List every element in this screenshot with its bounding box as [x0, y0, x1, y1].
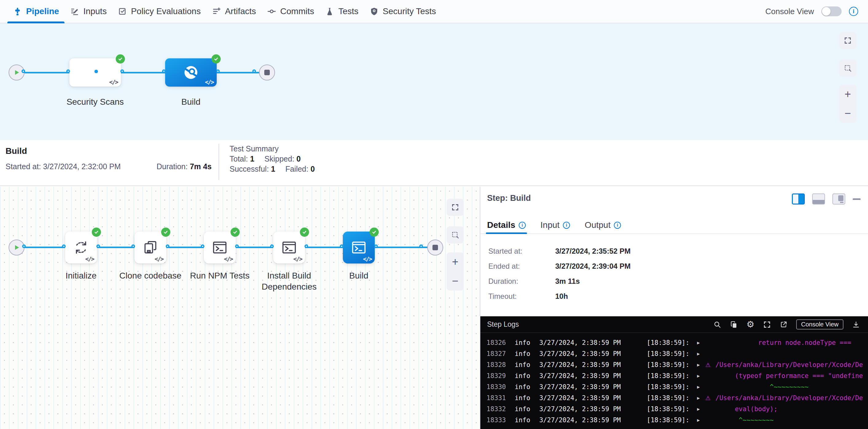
layout-bottom-icon[interactable] — [812, 193, 825, 205]
step-node-initialize[interactable]: </> — [65, 232, 97, 264]
log-date: 3/27/2024, 2:38:59 PM — [539, 393, 647, 403]
code-icon: </> — [85, 255, 94, 262]
started-at-label: Started at: — [5, 162, 41, 171]
log-date: 3/27/2024, 2:38:59 PM — [539, 381, 647, 393]
log-message: ^~~~~~~~~ — [715, 415, 868, 426]
log-level: info — [515, 337, 539, 348]
codebase-icon — [142, 239, 159, 256]
node-port-out[interactable] — [374, 244, 378, 248]
detail-value: 3/27/2024, 2:35:52 PM — [555, 247, 631, 255]
stage-summary-bar: Build Started at: 3/27/2024, 2:32:00 PM … — [0, 140, 868, 186]
log-time: [18:38:59]: — [647, 393, 697, 403]
info-icon[interactable]: i — [614, 222, 621, 229]
node-port-in[interactable] — [201, 244, 205, 248]
layout-right-icon[interactable] — [832, 193, 845, 205]
zoom-out-button[interactable]: − — [839, 104, 856, 123]
success-badge — [300, 227, 309, 237]
log-line-number: 18330 — [487, 381, 515, 393]
tab-inputs[interactable]: Inputs — [64, 0, 112, 23]
layout-split-icon[interactable] — [792, 193, 805, 205]
node-port-out[interactable] — [235, 244, 239, 248]
warning-icon — [705, 403, 715, 415]
fullscreen-button[interactable] — [446, 199, 464, 216]
console-view-toggle[interactable] — [822, 6, 842, 16]
fullscreen-button[interactable] — [839, 32, 856, 49]
log-message: /Users/anka/Library/Developer/Xcode/De — [715, 393, 868, 403]
node-port-out[interactable] — [305, 244, 308, 248]
node-port-out[interactable] — [96, 244, 100, 248]
node-port-out[interactable] — [166, 244, 169, 248]
log-line-number: 18329 — [487, 370, 515, 381]
play-icon — [12, 244, 21, 251]
edge-connector-dot — [252, 69, 256, 73]
tab-output[interactable]: Output i — [585, 220, 621, 234]
test-summary-row: Successful: 1 Failed: 0 — [229, 164, 315, 174]
stage-node-security-scans[interactable]: </> — [69, 58, 121, 87]
tab-policy-evaluations[interactable]: Policy Evaluations — [112, 0, 206, 23]
log-level: info — [515, 415, 539, 426]
tab-artifacts[interactable]: Artifacts — [206, 0, 261, 23]
node-port-in[interactable] — [340, 244, 343, 248]
step-node-run-npm-tests[interactable]: </> — [204, 232, 236, 264]
zoom-in-button[interactable]: + — [446, 252, 464, 272]
info-icon[interactable]: i — [519, 222, 526, 229]
node-port-in[interactable] — [131, 244, 135, 248]
tab-security-tests[interactable]: Security Tests — [364, 0, 442, 23]
tab-commits[interactable]: Commits — [261, 0, 319, 23]
execution-graph-canvas[interactable]: </> </> </> </> </> — [0, 187, 480, 429]
caret-icon: ▸ — [697, 415, 705, 426]
tab-tests[interactable]: Tests — [319, 0, 364, 23]
log-level: info — [515, 348, 539, 359]
caret-icon: ▸ — [697, 359, 705, 370]
tab-details[interactable]: Details i — [487, 220, 526, 234]
node-port-in[interactable] — [66, 69, 70, 73]
code-icon: </> — [205, 79, 214, 85]
step-panel-tabs: Details i Input i Output i — [480, 217, 868, 234]
check-icon — [371, 229, 377, 235]
node-port-out[interactable] — [216, 69, 220, 73]
node-port-in[interactable] — [270, 244, 274, 248]
marquee-select-button[interactable] — [446, 226, 464, 244]
stop-icon — [264, 70, 270, 75]
log-message: (typeof performance === "undefine — [715, 370, 868, 381]
tests-icon — [325, 7, 334, 16]
download-icon[interactable] — [852, 320, 860, 329]
external-link-icon[interactable] — [780, 320, 787, 329]
log-lines[interactable]: 18326info3/27/2024, 2:38:59 PM[18:38:59]… — [480, 333, 868, 429]
caret-icon: ▸ — [697, 370, 705, 381]
tab-label: Commits — [280, 6, 314, 16]
info-icon[interactable]: i — [849, 7, 858, 16]
collapse-panel-icon[interactable] — [852, 198, 861, 200]
console-view-button[interactable]: Console View — [796, 319, 843, 330]
log-line: 18332info3/27/2024, 2:38:59 PM[18:38:59]… — [487, 403, 868, 415]
tab-input[interactable]: Input i — [540, 220, 570, 234]
stage-label: Build — [154, 96, 228, 108]
settings-icon[interactable]: ⚙ — [746, 320, 754, 329]
code-icon: </> — [109, 79, 118, 85]
stage-graph-canvas[interactable]: </> </> Security Scans Build + − — [0, 23, 868, 140]
nav-tabs: Pipeline Inputs Policy Evaluations — [7, 0, 442, 23]
stage-node-build[interactable]: </> — [165, 58, 217, 87]
failed-value: 0 — [311, 164, 315, 173]
step-node-install-build-dependencies[interactable]: </> — [273, 232, 305, 264]
log-line: 18331info3/27/2024, 2:38:59 PM[18:38:59]… — [487, 393, 868, 403]
search-icon[interactable] — [713, 320, 721, 329]
zoom-in-button[interactable]: + — [839, 85, 856, 104]
marquee-select-button[interactable] — [839, 60, 856, 77]
top-nav: Pipeline Inputs Policy Evaluations — [0, 0, 868, 23]
info-icon[interactable]: i — [563, 222, 570, 229]
tab-pipeline[interactable]: Pipeline — [7, 0, 64, 23]
copy-icon[interactable] — [730, 320, 738, 329]
node-port-out[interactable] — [120, 69, 124, 73]
node-port-in[interactable] — [162, 69, 166, 73]
play-icon — [12, 68, 21, 76]
step-node-clone-codebase[interactable]: </> — [134, 232, 166, 264]
successful-label: Successful: — [229, 164, 269, 173]
log-line-number: 18333 — [487, 415, 515, 426]
step-node-build[interactable]: </> — [343, 232, 375, 264]
caret-icon: ▸ — [697, 337, 705, 348]
zoom-out-button[interactable]: − — [446, 272, 464, 290]
expand-icon[interactable] — [763, 320, 771, 329]
warning-icon — [705, 337, 715, 348]
node-port-in[interactable] — [62, 244, 66, 248]
